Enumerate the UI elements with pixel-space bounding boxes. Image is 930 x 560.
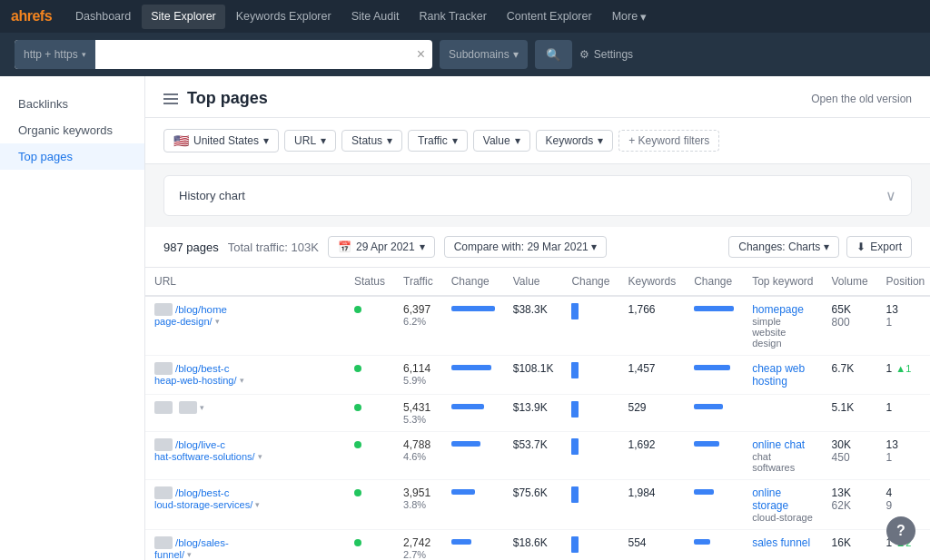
- nav-site-explorer[interactable]: Site Explorer: [142, 5, 225, 29]
- col-position: Position: [877, 268, 930, 296]
- keywords-cell: 529: [618, 395, 685, 432]
- url-filter[interactable]: URL ▾: [284, 130, 336, 152]
- traffic-change-bar: [451, 441, 480, 447]
- help-button[interactable]: ?: [886, 516, 915, 545]
- status-filter[interactable]: Status ▾: [341, 130, 402, 152]
- export-icon: ⬇: [856, 241, 866, 253]
- sidebar-item-organic-keywords[interactable]: Organic keywords: [0, 117, 144, 143]
- traffic-change-bar: [451, 306, 495, 311]
- keywords-change-bar: [694, 489, 714, 495]
- nav-content-explorer[interactable]: Content Explorer: [498, 5, 601, 29]
- keyword-filters-button[interactable]: + Keyword filters: [618, 130, 719, 152]
- table-toolbar: 987 pages Total traffic: 103K 📅 29 Apr 2…: [145, 227, 930, 268]
- traffic-change-cell: [442, 356, 504, 395]
- search-button[interactable]: 🔍: [535, 40, 572, 69]
- status-dot: [354, 365, 361, 372]
- status-cell: [345, 356, 394, 395]
- url-cell: /blog/sales- funnel/ ▾: [145, 530, 345, 561]
- keywords-filter[interactable]: Keywords ▾: [536, 130, 614, 152]
- traffic-cell: 2,742 2.7%: [394, 530, 442, 561]
- table-row: /blog/best-c loud-storage-services/ ▾ 3,…: [145, 480, 930, 530]
- chevron-down-icon: ▾: [640, 10, 647, 24]
- top-keyword-sub: simple website design: [752, 316, 813, 349]
- table-row: /blog/sales- funnel/ ▾ 2,742 2.7% $18.6K…: [145, 530, 930, 561]
- status-dot: [354, 306, 361, 313]
- table-row: /blog/best-c heap-web-hosting/ ▾ 6,114 5…: [145, 356, 930, 395]
- nav-dashboard[interactable]: Dashboard: [66, 5, 140, 29]
- url-main-link[interactable]: /blog/best-c: [154, 486, 336, 499]
- volume-cell: 30K450: [823, 432, 877, 480]
- value-filter[interactable]: Value ▾: [473, 130, 530, 152]
- traffic-change-cell: [442, 480, 504, 530]
- chevron-down-icon: ▾: [263, 134, 269, 147]
- volume-sub: 62K: [832, 499, 868, 512]
- url-cell: ▾: [145, 395, 345, 432]
- url-sub-link[interactable]: loud-storage-services/ ▾: [154, 499, 336, 510]
- top-keyword-link[interactable]: online storage: [752, 486, 813, 512]
- keywords-cell: 1,766: [618, 296, 685, 356]
- position-value: 4: [886, 486, 893, 499]
- date-picker[interactable]: 📅 29 Apr 2021 ▾: [328, 236, 435, 258]
- nav-site-audit[interactable]: Site Audit: [342, 5, 409, 29]
- chevron-down-icon: ▾: [452, 134, 458, 147]
- country-filter[interactable]: 🇺🇸 United States ▾: [163, 129, 279, 152]
- clear-icon[interactable]: ×: [410, 46, 432, 63]
- old-version-link[interactable]: Open the old version: [811, 93, 912, 105]
- sidebar-item-top-pages[interactable]: Top pages: [0, 143, 144, 170]
- keywords-count: 554: [628, 536, 646, 549]
- value-change-bar: [571, 536, 579, 553]
- history-chart-toggle[interactable]: History chart ∨: [164, 176, 911, 215]
- position-value: 13: [886, 303, 898, 316]
- col-traffic-change: Change: [442, 268, 504, 296]
- url-main-link[interactable]: ▾: [154, 401, 336, 414]
- url-input[interactable]: [95, 40, 410, 69]
- value-cell: $53.7K: [504, 432, 563, 480]
- search-bar: http + https ▾ × Subdomains ▾ 🔍 ⚙ Settin…: [0, 33, 930, 76]
- compare-button[interactable]: Compare with: 29 Mar 2021 ▾: [444, 236, 607, 258]
- export-button[interactable]: ⬇ Export: [846, 236, 912, 258]
- collapse-icon: ∨: [885, 187, 896, 204]
- subdomains-button[interactable]: Subdomains ▾: [440, 40, 528, 69]
- chevron-down-icon: ▾: [824, 241, 829, 253]
- nav-more[interactable]: More ▾: [603, 5, 656, 29]
- position-cell: 131: [877, 432, 930, 480]
- nav-keywords-explorer[interactable]: Keywords Explorer: [227, 5, 341, 29]
- url-thumbnail: [154, 536, 173, 549]
- nav-rank-tracker[interactable]: Rank Tracker: [410, 5, 495, 29]
- traffic-change-cell: [442, 296, 504, 356]
- url-sub-link[interactable]: hat-software-solutions/ ▾: [154, 451, 336, 462]
- top-keyword-cell: [743, 395, 822, 432]
- position-cell: 1▲1: [877, 356, 930, 395]
- value-text: $53.7K: [513, 438, 548, 451]
- value-cell: $13.9K: [504, 395, 563, 432]
- settings-button[interactable]: ⚙ Settings: [579, 48, 633, 61]
- volume-sub: 450: [832, 451, 868, 464]
- sidebar-item-backlinks[interactable]: Backlinks: [0, 91, 144, 117]
- chevron-down-icon: ▾: [200, 403, 204, 412]
- url-sub-link[interactable]: page-design/ ▾: [154, 316, 336, 327]
- top-keyword-link[interactable]: homepage: [752, 303, 813, 316]
- traffic-value: 5,431: [403, 401, 433, 414]
- top-keyword-cell: homepagesimple website design: [743, 296, 822, 356]
- top-keyword-link[interactable]: online chat: [752, 438, 813, 451]
- data-table-wrap: URL Status Traffic Change Value Change K…: [145, 268, 930, 560]
- top-keyword-link[interactable]: cheap web hosting: [752, 362, 813, 388]
- url-sub-link[interactable]: heap-web-hosting/ ▾: [154, 375, 336, 386]
- top-nav: ahrefs Dashboard Site Explorer Keywords …: [0, 0, 930, 33]
- url-main-link[interactable]: /blog/live-c: [154, 438, 336, 451]
- history-chart-title: History chart: [179, 189, 245, 202]
- url-main-link[interactable]: /blog/best-c: [154, 362, 336, 375]
- top-keyword-sub: cloud-storage: [752, 512, 813, 523]
- protocol-selector[interactable]: http + https ▾: [15, 40, 95, 69]
- traffic-filter[interactable]: Traffic ▾: [408, 130, 468, 152]
- url-thumbnail2: [179, 401, 197, 414]
- volume-cell: 5.1K: [823, 395, 877, 432]
- url-sub-link[interactable]: funnel/ ▾: [154, 549, 336, 560]
- url-main-link[interactable]: /blog/home: [154, 303, 336, 316]
- changes-button[interactable]: Changes: Charts ▾: [728, 236, 839, 258]
- hamburger-icon[interactable]: [163, 93, 178, 104]
- url-cell: /blog/home page-design/ ▾: [145, 296, 345, 356]
- top-keyword-cell: sales funnel: [743, 530, 822, 561]
- url-main-link[interactable]: /blog/sales-: [154, 536, 336, 549]
- top-keyword-link[interactable]: sales funnel: [752, 536, 813, 549]
